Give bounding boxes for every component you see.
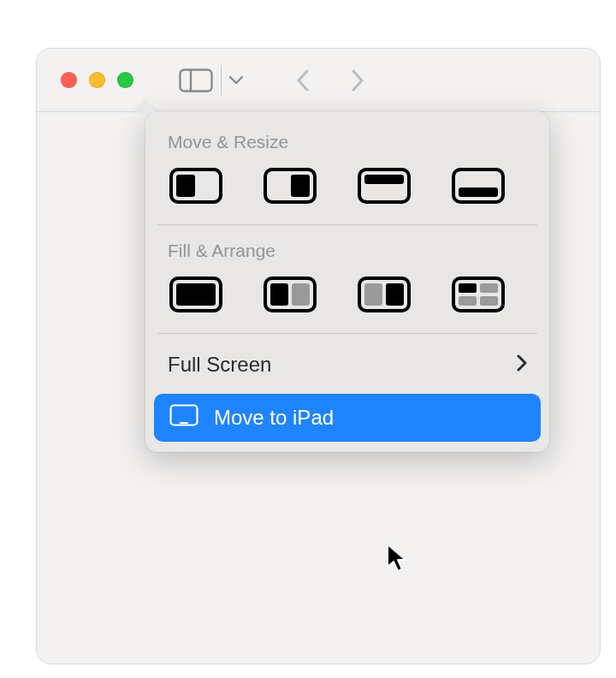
navigation-buttons <box>293 65 368 96</box>
back-button[interactable] <box>293 65 313 96</box>
tile-right-half-button[interactable] <box>262 166 318 205</box>
svg-rect-5 <box>291 175 310 197</box>
fill-arrange-heading: Fill & Arrange <box>145 232 549 275</box>
forward-button[interactable] <box>347 65 368 96</box>
chevron-right-icon <box>517 354 527 372</box>
ipad-icon <box>169 404 198 431</box>
svg-rect-0 <box>181 69 212 91</box>
svg-rect-18 <box>453 278 503 311</box>
separator <box>157 224 537 225</box>
titlebar <box>37 49 600 112</box>
tile-right-half-icon <box>264 168 317 204</box>
svg-rect-21 <box>459 296 477 306</box>
svg-rect-17 <box>386 283 404 306</box>
green-button-dropdown: Move & Resize Fill <box>145 111 549 452</box>
svg-rect-8 <box>453 170 503 202</box>
full-screen-label: Full Screen <box>168 353 271 377</box>
tile-top-half-button[interactable] <box>356 166 412 205</box>
arrange-left-right-icon <box>264 277 317 312</box>
svg-rect-19 <box>459 283 477 293</box>
svg-rect-6 <box>359 170 409 202</box>
fullscreen-button[interactable] <box>117 72 133 88</box>
chevron-right-icon <box>351 69 364 92</box>
move-resize-heading: Move & Resize <box>145 123 549 166</box>
toolbar-group <box>175 65 243 96</box>
svg-rect-20 <box>480 283 498 293</box>
svg-rect-3 <box>176 175 195 197</box>
separator <box>157 333 537 334</box>
close-button[interactable] <box>61 72 77 88</box>
tile-top-half-icon <box>358 168 411 204</box>
chevron-down-icon <box>229 76 243 85</box>
fill-screen-button[interactable] <box>168 275 224 314</box>
svg-rect-7 <box>364 175 404 184</box>
arrange-right-left-icon <box>358 277 411 312</box>
move-to-ipad-menu-item[interactable]: Move to iPad <box>154 394 541 442</box>
svg-rect-13 <box>270 283 288 306</box>
arrange-left-right-button[interactable] <box>262 275 318 314</box>
traffic-lights <box>61 72 133 88</box>
svg-rect-9 <box>459 187 498 197</box>
tile-left-half-button[interactable] <box>168 166 224 205</box>
toolbar-dropdown-button[interactable] <box>221 65 243 96</box>
svg-rect-16 <box>364 283 382 306</box>
arrange-quarters-button[interactable] <box>450 275 506 314</box>
move-to-ipad-label: Move to iPad <box>214 406 334 430</box>
svg-rect-14 <box>292 283 310 306</box>
svg-rect-11 <box>176 283 216 306</box>
move-resize-row <box>145 166 549 224</box>
tile-bottom-half-button[interactable] <box>450 166 506 205</box>
fill-arrange-row <box>145 275 549 333</box>
svg-rect-22 <box>480 296 498 306</box>
submenu-indicator <box>517 353 527 377</box>
sidebar-toggle-button[interactable] <box>175 65 217 96</box>
fill-screen-icon <box>169 277 222 312</box>
arrange-right-left-button[interactable] <box>356 275 412 314</box>
chevron-left-icon <box>296 69 310 92</box>
arrange-quarters-icon <box>452 277 505 312</box>
tile-bottom-half-icon <box>452 168 505 204</box>
sidebar-icon <box>179 68 213 92</box>
tile-left-half-icon <box>169 168 222 204</box>
full-screen-menu-item[interactable]: Full Screen <box>145 341 549 389</box>
dropdown-pointer <box>133 101 157 113</box>
minimize-button[interactable] <box>89 72 105 88</box>
